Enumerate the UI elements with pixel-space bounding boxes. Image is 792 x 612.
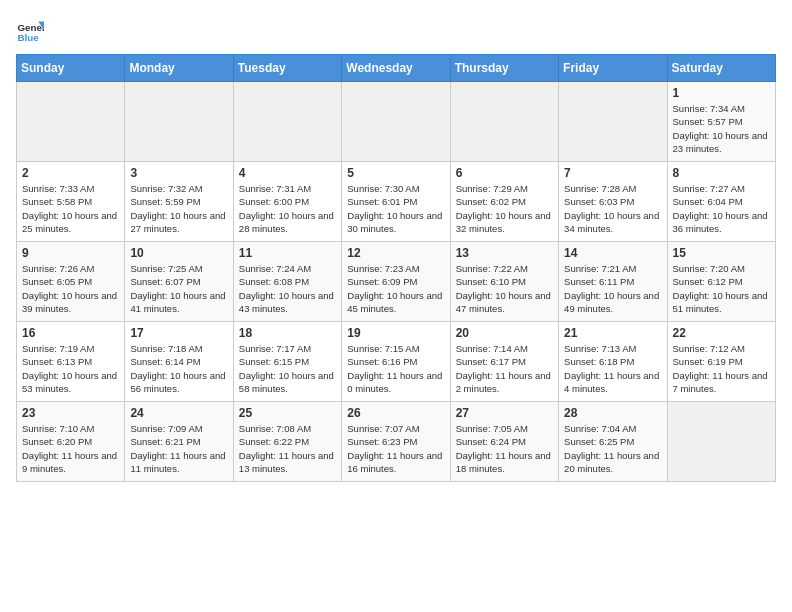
calendar-cell: 25Sunrise: 7:08 AM Sunset: 6:22 PM Dayli… <box>233 402 341 482</box>
day-number: 13 <box>456 246 553 260</box>
calendar-cell: 20Sunrise: 7:14 AM Sunset: 6:17 PM Dayli… <box>450 322 558 402</box>
day-info: Sunrise: 7:14 AM Sunset: 6:17 PM Dayligh… <box>456 342 553 395</box>
calendar-header: SundayMondayTuesdayWednesdayThursdayFrid… <box>17 55 776 82</box>
day-number: 24 <box>130 406 227 420</box>
day-info: Sunrise: 7:09 AM Sunset: 6:21 PM Dayligh… <box>130 422 227 475</box>
calendar-cell: 28Sunrise: 7:04 AM Sunset: 6:25 PM Dayli… <box>559 402 667 482</box>
calendar-cell <box>667 402 775 482</box>
calendar-table: SundayMondayTuesdayWednesdayThursdayFrid… <box>16 54 776 482</box>
day-number: 16 <box>22 326 119 340</box>
day-info: Sunrise: 7:22 AM Sunset: 6:10 PM Dayligh… <box>456 262 553 315</box>
day-info: Sunrise: 7:21 AM Sunset: 6:11 PM Dayligh… <box>564 262 661 315</box>
day-info: Sunrise: 7:18 AM Sunset: 6:14 PM Dayligh… <box>130 342 227 395</box>
day-info: Sunrise: 7:17 AM Sunset: 6:15 PM Dayligh… <box>239 342 336 395</box>
day-info: Sunrise: 7:13 AM Sunset: 6:18 PM Dayligh… <box>564 342 661 395</box>
weekday-header-friday: Friday <box>559 55 667 82</box>
calendar-cell: 2Sunrise: 7:33 AM Sunset: 5:58 PM Daylig… <box>17 162 125 242</box>
day-number: 12 <box>347 246 444 260</box>
day-number: 28 <box>564 406 661 420</box>
calendar-week-3: 9Sunrise: 7:26 AM Sunset: 6:05 PM Daylig… <box>17 242 776 322</box>
calendar-cell <box>450 82 558 162</box>
calendar-cell: 4Sunrise: 7:31 AM Sunset: 6:00 PM Daylig… <box>233 162 341 242</box>
calendar-cell: 19Sunrise: 7:15 AM Sunset: 6:16 PM Dayli… <box>342 322 450 402</box>
day-number: 26 <box>347 406 444 420</box>
day-info: Sunrise: 7:28 AM Sunset: 6:03 PM Dayligh… <box>564 182 661 235</box>
calendar-cell <box>125 82 233 162</box>
logo-icon: General Blue <box>16 16 44 44</box>
day-info: Sunrise: 7:30 AM Sunset: 6:01 PM Dayligh… <box>347 182 444 235</box>
calendar-cell: 16Sunrise: 7:19 AM Sunset: 6:13 PM Dayli… <box>17 322 125 402</box>
day-number: 23 <box>22 406 119 420</box>
calendar-week-5: 23Sunrise: 7:10 AM Sunset: 6:20 PM Dayli… <box>17 402 776 482</box>
day-number: 14 <box>564 246 661 260</box>
calendar-cell: 24Sunrise: 7:09 AM Sunset: 6:21 PM Dayli… <box>125 402 233 482</box>
calendar-cell <box>17 82 125 162</box>
calendar-cell: 27Sunrise: 7:05 AM Sunset: 6:24 PM Dayli… <box>450 402 558 482</box>
calendar-cell: 12Sunrise: 7:23 AM Sunset: 6:09 PM Dayli… <box>342 242 450 322</box>
calendar-cell: 23Sunrise: 7:10 AM Sunset: 6:20 PM Dayli… <box>17 402 125 482</box>
day-number: 1 <box>673 86 770 100</box>
calendar-cell: 14Sunrise: 7:21 AM Sunset: 6:11 PM Dayli… <box>559 242 667 322</box>
day-info: Sunrise: 7:25 AM Sunset: 6:07 PM Dayligh… <box>130 262 227 315</box>
day-info: Sunrise: 7:12 AM Sunset: 6:19 PM Dayligh… <box>673 342 770 395</box>
day-number: 10 <box>130 246 227 260</box>
day-info: Sunrise: 7:19 AM Sunset: 6:13 PM Dayligh… <box>22 342 119 395</box>
calendar-cell <box>559 82 667 162</box>
day-number: 22 <box>673 326 770 340</box>
weekday-header-thursday: Thursday <box>450 55 558 82</box>
weekday-header-sunday: Sunday <box>17 55 125 82</box>
weekday-header-wednesday: Wednesday <box>342 55 450 82</box>
day-number: 27 <box>456 406 553 420</box>
calendar-week-2: 2Sunrise: 7:33 AM Sunset: 5:58 PM Daylig… <box>17 162 776 242</box>
calendar-cell: 21Sunrise: 7:13 AM Sunset: 6:18 PM Dayli… <box>559 322 667 402</box>
day-info: Sunrise: 7:20 AM Sunset: 6:12 PM Dayligh… <box>673 262 770 315</box>
day-number: 17 <box>130 326 227 340</box>
page-header: General Blue <box>16 16 776 44</box>
day-info: Sunrise: 7:10 AM Sunset: 6:20 PM Dayligh… <box>22 422 119 475</box>
calendar-cell: 10Sunrise: 7:25 AM Sunset: 6:07 PM Dayli… <box>125 242 233 322</box>
calendar-cell: 22Sunrise: 7:12 AM Sunset: 6:19 PM Dayli… <box>667 322 775 402</box>
calendar-body: 1Sunrise: 7:34 AM Sunset: 5:57 PM Daylig… <box>17 82 776 482</box>
day-number: 19 <box>347 326 444 340</box>
calendar-cell: 11Sunrise: 7:24 AM Sunset: 6:08 PM Dayli… <box>233 242 341 322</box>
day-number: 20 <box>456 326 553 340</box>
logo: General Blue <box>16 16 48 44</box>
day-info: Sunrise: 7:08 AM Sunset: 6:22 PM Dayligh… <box>239 422 336 475</box>
day-number: 7 <box>564 166 661 180</box>
day-info: Sunrise: 7:07 AM Sunset: 6:23 PM Dayligh… <box>347 422 444 475</box>
calendar-cell: 9Sunrise: 7:26 AM Sunset: 6:05 PM Daylig… <box>17 242 125 322</box>
day-number: 4 <box>239 166 336 180</box>
calendar-cell <box>342 82 450 162</box>
day-number: 6 <box>456 166 553 180</box>
day-info: Sunrise: 7:24 AM Sunset: 6:08 PM Dayligh… <box>239 262 336 315</box>
calendar-cell: 18Sunrise: 7:17 AM Sunset: 6:15 PM Dayli… <box>233 322 341 402</box>
calendar-week-1: 1Sunrise: 7:34 AM Sunset: 5:57 PM Daylig… <box>17 82 776 162</box>
calendar-cell: 1Sunrise: 7:34 AM Sunset: 5:57 PM Daylig… <box>667 82 775 162</box>
calendar-cell <box>233 82 341 162</box>
day-number: 21 <box>564 326 661 340</box>
weekday-header-monday: Monday <box>125 55 233 82</box>
calendar-cell: 8Sunrise: 7:27 AM Sunset: 6:04 PM Daylig… <box>667 162 775 242</box>
day-info: Sunrise: 7:32 AM Sunset: 5:59 PM Dayligh… <box>130 182 227 235</box>
day-info: Sunrise: 7:26 AM Sunset: 6:05 PM Dayligh… <box>22 262 119 315</box>
calendar-week-4: 16Sunrise: 7:19 AM Sunset: 6:13 PM Dayli… <box>17 322 776 402</box>
day-number: 3 <box>130 166 227 180</box>
calendar-cell: 17Sunrise: 7:18 AM Sunset: 6:14 PM Dayli… <box>125 322 233 402</box>
day-number: 25 <box>239 406 336 420</box>
day-number: 8 <box>673 166 770 180</box>
day-number: 2 <box>22 166 119 180</box>
weekday-header-tuesday: Tuesday <box>233 55 341 82</box>
calendar-cell: 13Sunrise: 7:22 AM Sunset: 6:10 PM Dayli… <box>450 242 558 322</box>
day-info: Sunrise: 7:05 AM Sunset: 6:24 PM Dayligh… <box>456 422 553 475</box>
svg-text:Blue: Blue <box>17 32 39 43</box>
calendar-cell: 3Sunrise: 7:32 AM Sunset: 5:59 PM Daylig… <box>125 162 233 242</box>
day-info: Sunrise: 7:34 AM Sunset: 5:57 PM Dayligh… <box>673 102 770 155</box>
calendar-cell: 7Sunrise: 7:28 AM Sunset: 6:03 PM Daylig… <box>559 162 667 242</box>
day-info: Sunrise: 7:15 AM Sunset: 6:16 PM Dayligh… <box>347 342 444 395</box>
day-info: Sunrise: 7:33 AM Sunset: 5:58 PM Dayligh… <box>22 182 119 235</box>
weekday-header-saturday: Saturday <box>667 55 775 82</box>
day-number: 11 <box>239 246 336 260</box>
day-info: Sunrise: 7:04 AM Sunset: 6:25 PM Dayligh… <box>564 422 661 475</box>
day-info: Sunrise: 7:29 AM Sunset: 6:02 PM Dayligh… <box>456 182 553 235</box>
weekday-row: SundayMondayTuesdayWednesdayThursdayFrid… <box>17 55 776 82</box>
